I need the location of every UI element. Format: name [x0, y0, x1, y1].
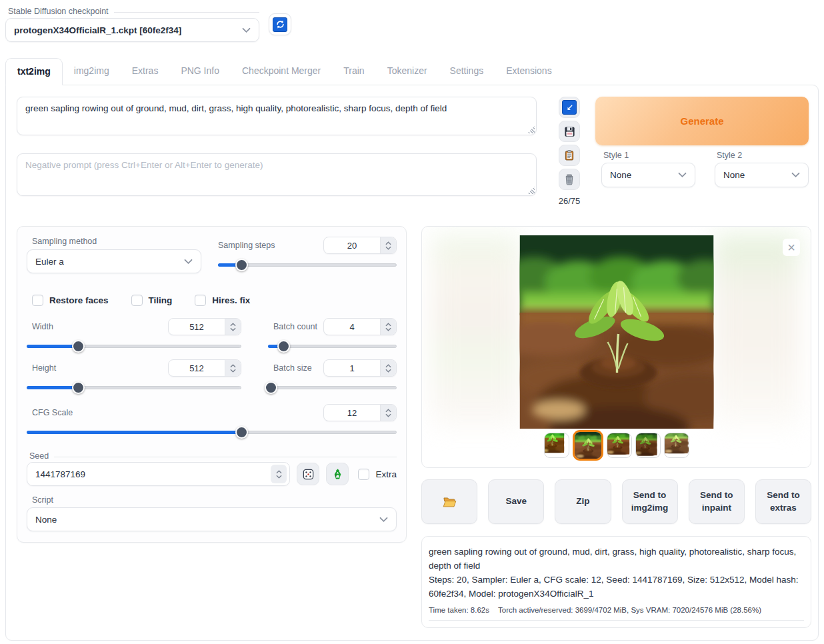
trash-icon [563, 173, 575, 185]
tiling-label: Tiling [149, 295, 173, 305]
arrow-down-left-icon [562, 100, 577, 115]
tiling-checkbox[interactable]: Tiling [131, 295, 173, 306]
prompt-input[interactable]: green sapling rowing out of ground, mud,… [17, 97, 537, 135]
token-counter: 26/75 [559, 196, 581, 206]
slider-handle[interactable] [235, 259, 248, 271]
negative-prompt-input[interactable] [17, 153, 537, 196]
batch-count-label: Batch count [268, 322, 317, 331]
width-input[interactable]: 512 [168, 318, 241, 335]
open-output-folder-button[interactable] [421, 479, 477, 524]
vram-usage: Torch active/reserved: 3699/4702 MiB, Sy… [498, 606, 761, 614]
slider-handle[interactable] [235, 426, 248, 439]
spinner-arrows-icon[interactable] [380, 237, 396, 253]
style1-label: Style 1 [601, 151, 695, 160]
close-gallery-icon[interactable]: × [783, 239, 800, 256]
height-slider[interactable] [27, 381, 241, 393]
style2-value: None [723, 170, 745, 180]
batch-size-label: Batch size [268, 363, 312, 373]
sampling-steps-value: 20 [324, 237, 380, 253]
batch-size-input[interactable]: 1 [323, 359, 397, 377]
refresh-checkpoints-button[interactable] [269, 13, 291, 35]
spinner-arrows-icon[interactable] [225, 319, 241, 335]
spinner-arrows-icon[interactable] [380, 405, 396, 421]
seed-input[interactable]: 1441787169 [27, 462, 290, 486]
gallery-thumbnail-selected[interactable] [573, 430, 603, 461]
tab-extensions[interactable]: Extensions [495, 58, 563, 85]
apply-style-button[interactable] [559, 145, 580, 166]
checkbox-box[interactable] [131, 295, 143, 306]
paste-generation-params-button[interactable] [559, 97, 580, 118]
generation-settings-panel: Sampling method Euler a Sampling steps 2… [17, 226, 407, 543]
gallery-thumbnail[interactable] [607, 433, 632, 458]
tab-checkpoint-merger[interactable]: Checkpoint Merger [231, 58, 332, 85]
width-slider[interactable] [27, 340, 241, 352]
restore-faces-checkbox[interactable]: Restore faces [32, 295, 109, 306]
dice-icon [302, 468, 315, 481]
gallery-thumbnail[interactable] [664, 433, 689, 458]
width-value: 512 [169, 319, 225, 335]
batch-count-value: 4 [324, 319, 380, 335]
tab-txt2img[interactable]: txt2img [5, 58, 63, 85]
tab-img2img[interactable]: img2img [63, 58, 121, 85]
spinner-arrows-icon[interactable] [380, 360, 396, 376]
send-to-extras-button[interactable]: Send to extras [755, 479, 811, 524]
gallery-thumbnail[interactable] [635, 433, 661, 458]
checkpoint-dropdown[interactable]: protogenX34OfficialR_1.ckpt [60fe2f34] [5, 18, 259, 42]
send-to-inpaint-button[interactable]: Send to inpaint [689, 479, 745, 524]
checkpoint-value: protogenX34OfficialR_1.ckpt [60fe2f34] [14, 25, 181, 35]
spinner-arrows-icon[interactable] [380, 319, 396, 335]
sampling-method-label: Sampling method [27, 237, 201, 246]
generate-button[interactable]: Generate [595, 97, 809, 145]
tab-settings[interactable]: Settings [439, 58, 495, 85]
zip-button[interactable]: Zip [555, 479, 611, 524]
time-taken: Time taken: 8.62s [429, 606, 489, 614]
info-params-text: Steps: 20, Sampler: Euler a, CFG scale: … [429, 573, 804, 601]
cfg-scale-input[interactable]: 12 [323, 404, 397, 421]
extra-seed-checkbox[interactable]: Extra [358, 469, 397, 480]
script-dropdown[interactable]: None [27, 507, 397, 531]
spinner-arrows-icon[interactable] [271, 465, 287, 483]
slider-handle[interactable] [72, 340, 85, 353]
batch-count-input[interactable]: 4 [323, 318, 397, 335]
extra-seed-label: Extra [375, 469, 397, 479]
output-panel: × Save [421, 226, 811, 628]
random-seed-button[interactable] [297, 463, 319, 485]
reuse-seed-button[interactable] [326, 463, 349, 485]
sampling-steps-input[interactable]: 20 [323, 237, 397, 254]
clear-prompt-button[interactable] [559, 169, 580, 190]
save-button[interactable]: Save [488, 479, 544, 524]
batch-size-value: 1 [324, 360, 380, 376]
cfg-scale-slider[interactable] [27, 426, 397, 438]
checkbox-box[interactable] [32, 295, 43, 306]
txt2img-panel: green sapling rowing out of ground, mud,… [5, 85, 819, 641]
style1-dropdown[interactable]: None [601, 163, 695, 187]
tab-train[interactable]: Train [332, 58, 375, 85]
height-input[interactable]: 512 [168, 359, 241, 377]
spinner-arrows-icon[interactable] [225, 360, 241, 376]
script-label: Script [27, 495, 397, 505]
slider-handle[interactable] [277, 340, 290, 353]
slider-handle[interactable] [265, 381, 277, 394]
refresh-icon [273, 17, 287, 32]
tab-extras[interactable]: Extras [121, 58, 170, 85]
batch-size-slider[interactable] [268, 381, 397, 393]
generated-image[interactable] [519, 235, 713, 429]
slider-handle[interactable] [72, 381, 85, 394]
sampling-method-dropdown[interactable]: Euler a [27, 249, 201, 273]
tab-tokenizer[interactable]: Tokenizer [376, 58, 439, 85]
tab-png-info[interactable]: PNG Info [169, 58, 231, 85]
style2-dropdown[interactable]: None [715, 163, 809, 187]
checkpoint-header: Stable Diffusion checkpoint protogenX34O… [5, 7, 819, 42]
cfg-scale-value: 12 [324, 405, 380, 421]
send-to-img2img-button[interactable]: Send to img2img [622, 479, 678, 524]
save-style-button[interactable] [559, 121, 580, 142]
hires-fix-checkbox[interactable]: Hires. fix [195, 295, 250, 306]
checkbox-box[interactable] [195, 295, 206, 306]
generate-column: Generate Style 1 None Style 2 None [595, 97, 809, 187]
seed-label-text: Seed [29, 451, 49, 461]
sampling-steps-slider[interactable] [218, 259, 397, 271]
chevron-down-icon [379, 517, 388, 523]
batch-count-slider[interactable] [268, 340, 397, 352]
gallery-thumbnail[interactable] [544, 433, 569, 458]
checkbox-box[interactable] [358, 469, 369, 480]
